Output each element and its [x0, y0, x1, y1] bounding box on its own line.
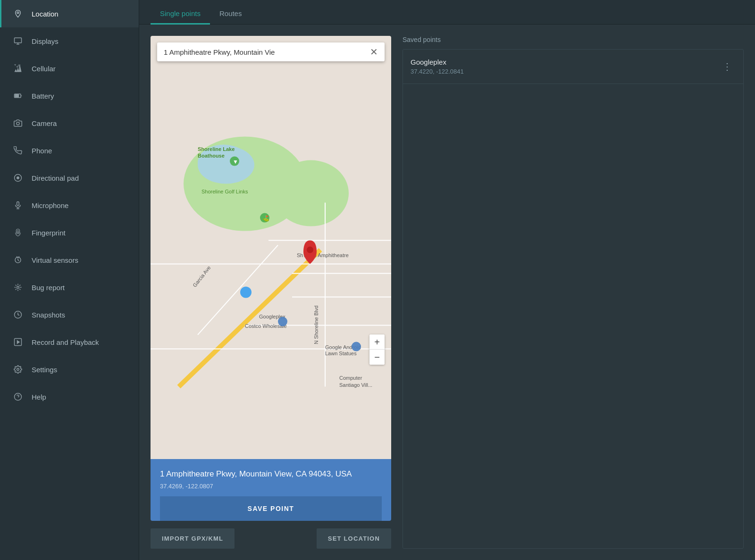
map-container[interactable]: ✕	[151, 36, 391, 459]
svg-point-20	[17, 368, 19, 371]
tab-bar: Single pointsRoutes	[139, 0, 755, 25]
clear-search-button[interactable]: ✕	[370, 47, 378, 57]
svg-rect-8	[15, 95, 19, 97]
displays-icon	[13, 36, 23, 46]
location-info-panel: 1 Amphitheatre Pkwy, Mountain View, CA 9…	[151, 459, 391, 521]
zoom-out-button[interactable]: −	[369, 350, 385, 365]
sidebar-item-virtual_sensors[interactable]: Virtual sensors	[0, 246, 139, 274]
sidebar-item-location[interactable]: Location	[0, 0, 139, 27]
svg-point-16	[17, 286, 19, 289]
sidebar-item-bug_report[interactable]: Bug report	[0, 274, 139, 301]
sidebar-item-record_playback[interactable]: Record and Playback	[0, 328, 139, 356]
svg-text:▼: ▼	[233, 159, 238, 165]
sidebar-item-directional_pad[interactable]: Directional pad	[0, 164, 139, 192]
save-point-button[interactable]: SAVE POINT	[160, 496, 382, 521]
tab-routes[interactable]: Routes	[210, 3, 252, 25]
saved-point-item[interactable]: Googleplex37.4220, -122.0841⋮	[403, 50, 743, 84]
svg-point-55	[352, 342, 361, 351]
cellular-label: Cellular	[32, 65, 56, 73]
settings-label: Settings	[32, 366, 57, 374]
camera-icon	[13, 118, 23, 128]
svg-point-9	[17, 122, 19, 125]
content-area: ✕	[139, 25, 755, 560]
battery-icon	[13, 91, 23, 101]
saved-points-title: Saved points	[403, 36, 744, 43]
sidebar-item-snapshots[interactable]: Snapshots	[0, 301, 139, 328]
camera-label: Camera	[32, 119, 57, 127]
svg-text:Shoreline Golf Links: Shoreline Golf Links	[201, 189, 248, 194]
svg-rect-12	[17, 202, 19, 206]
saved-point-menu-button[interactable]: ⋮	[719, 60, 736, 73]
microphone-label: Microphone	[32, 201, 68, 209]
svg-rect-0	[15, 38, 22, 43]
saved-point-info: Googleplex37.4220, -122.0841	[411, 58, 719, 75]
search-input[interactable]	[164, 48, 370, 56]
saved-points-panel: Saved points Googleplex37.4220, -122.084…	[391, 36, 744, 549]
bug_report-label: Bug report	[32, 284, 65, 292]
sidebar-item-phone[interactable]: Phone	[0, 137, 139, 164]
record_playback-label: Record and Playback	[32, 338, 99, 346]
cellular-icon	[13, 63, 23, 74]
sidebar-item-help[interactable]: Help	[0, 383, 139, 410]
sidebar-item-displays[interactable]: Displays	[0, 27, 139, 55]
svg-text:Computer: Computer	[339, 375, 362, 381]
sidebar-item-microphone[interactable]: Microphone	[0, 192, 139, 219]
tab-single_points[interactable]: Single points	[151, 3, 210, 25]
bug_report-icon	[13, 282, 23, 293]
svg-marker-19	[17, 341, 20, 343]
displays-label: Displays	[32, 37, 59, 45]
battery-label: Battery	[32, 92, 54, 100]
sidebar-item-cellular[interactable]: Cellular	[0, 55, 139, 82]
zoom-controls: + −	[369, 334, 385, 365]
virtual_sensors-label: Virtual sensors	[32, 256, 78, 264]
svg-text:Santiago Vill...: Santiago Vill...	[339, 382, 372, 388]
map-svg: Garcia Ave N Shoreline Blvd Shoreline La…	[151, 36, 391, 459]
svg-point-11	[17, 177, 19, 179]
bottom-buttons: IMPORT GPX/KML SET LOCATION	[151, 521, 391, 549]
saved-point-coords: 37.4220, -122.0841	[411, 68, 719, 75]
directional_pad-label: Directional pad	[32, 174, 79, 182]
help-icon	[13, 392, 23, 402]
phone-label: Phone	[32, 147, 52, 155]
phone-icon	[13, 145, 23, 156]
import-gpx-kml-button[interactable]: IMPORT GPX/KML	[151, 528, 235, 549]
svg-text:Boathouse: Boathouse	[198, 153, 225, 159]
svg-point-56	[240, 287, 252, 298]
svg-point-25	[273, 160, 349, 226]
location-address: 1 Amphitheatre Pkwy, Mountain View, CA 9…	[160, 468, 382, 480]
microphone-icon	[13, 200, 23, 210]
settings-icon	[13, 364, 23, 375]
location-label: Location	[32, 10, 59, 18]
saved-points-list: Googleplex37.4220, -122.0841⋮	[403, 49, 744, 549]
svg-text:N Shoreline Blvd: N Shoreline Blvd	[313, 306, 319, 344]
svg-point-54	[278, 317, 287, 326]
saved-point-name: Googleplex	[411, 58, 719, 66]
sidebar-item-camera[interactable]: Camera	[0, 109, 139, 137]
svg-text:Shoreline Lake: Shoreline Lake	[198, 146, 235, 152]
help-label: Help	[32, 393, 46, 401]
map-panel: ✕	[151, 36, 391, 549]
directional_pad-icon	[13, 173, 23, 183]
sidebar-item-settings[interactable]: Settings	[0, 356, 139, 383]
search-bar: ✕	[157, 42, 385, 61]
svg-text:⛳: ⛳	[262, 215, 269, 222]
svg-text:Sh: Sh	[297, 252, 303, 258]
set-location-button[interactable]: SET LOCATION	[317, 528, 391, 549]
location-icon	[13, 8, 23, 19]
sidebar-item-battery[interactable]: Battery	[0, 82, 139, 109]
svg-point-58	[307, 247, 313, 253]
fingerprint-label: Fingerprint	[32, 229, 66, 237]
sidebar-item-fingerprint[interactable]: Fingerprint	[0, 219, 139, 246]
sidebar: LocationDisplaysCellularBatteryCameraPho…	[0, 0, 139, 560]
location-coords: 37.4269, -122.0807	[160, 483, 382, 490]
zoom-in-button[interactable]: +	[369, 334, 385, 350]
virtual_sensors-icon	[13, 255, 23, 265]
snapshots-label: Snapshots	[32, 311, 65, 319]
record_playback-icon	[13, 337, 23, 347]
fingerprint-icon	[13, 227, 23, 238]
main-content: Single pointsRoutes ✕	[139, 0, 755, 560]
svg-text:Lawn Statues: Lawn Statues	[325, 351, 357, 356]
snapshots-icon	[13, 309, 23, 320]
